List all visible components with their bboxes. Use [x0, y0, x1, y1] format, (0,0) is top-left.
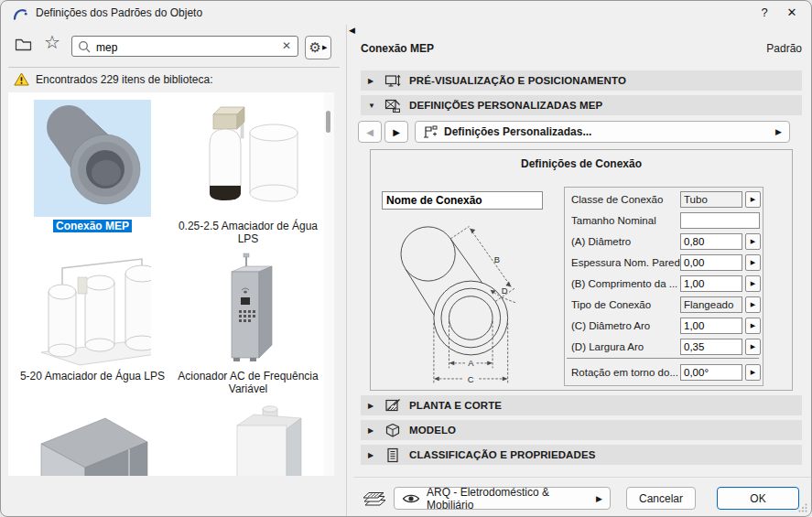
section-label: CLASSIFICAÇÃO E PROPRIEDADES [409, 449, 595, 460]
item-label: 5-20 Amaciador de Água LPS [19, 370, 166, 382]
custom-settings-dropdown[interactable]: Definições Personalizadas... ▶ [415, 121, 790, 143]
section-plan-section[interactable]: ▶ PLANTA E CORTE [361, 395, 802, 415]
spin-button[interactable]: ▶ [745, 233, 761, 250]
field-label: Espessura Nom. Parede [571, 257, 680, 268]
library-item-partial-2[interactable] [175, 402, 321, 476]
search-input[interactable] [94, 38, 272, 57]
spin-arrow-icon: ▶ [751, 196, 755, 203]
warning-icon [14, 72, 29, 86]
field-row-diametro-aro: (C) Diâmetro Aro ▶ [571, 318, 761, 334]
spin-button[interactable]: ▶ [745, 275, 761, 292]
model-icon [384, 423, 401, 438]
eye-icon [402, 493, 420, 504]
section-label: DEFINIÇÕES PERSONALIZADAS MEP [409, 100, 602, 111]
footer-divider [353, 477, 812, 478]
spin-button[interactable]: ▶ [745, 318, 761, 334]
titlebar: Definições dos Padrões do Objeto ? ✕ [1, 1, 811, 25]
dim-label-b: B [494, 254, 500, 264]
item-label: Acionador AC de Frequência Variável [175, 370, 321, 395]
connection-name-input[interactable] [382, 191, 543, 210]
help-button[interactable]: ? [752, 4, 776, 22]
section-model[interactable]: ▶ MODELO [361, 420, 802, 440]
folder-icon [15, 37, 32, 51]
object-name: Conexão MEP [361, 42, 434, 55]
clear-search-icon[interactable]: ✕ [282, 39, 291, 52]
plan-section-icon [384, 398, 401, 414]
collapse-panel-icon[interactable]: ◀ [349, 26, 355, 35]
field-label: Rotação em torno do... [571, 367, 680, 378]
panel-splitter[interactable] [346, 25, 347, 517]
diametro-aro-input[interactable] [680, 318, 742, 334]
dim-label-d: D [502, 285, 508, 296]
scrollbar-thumb[interactable] [326, 111, 330, 133]
connection-fields-group: Classe de Conexão Tubo ▶ Tamanho Nominal… [564, 187, 763, 386]
rotacao-input[interactable] [680, 364, 742, 381]
item-thumbnail [189, 250, 307, 367]
largura-aro-input[interactable] [680, 339, 742, 355]
forward-icon: ▶ [393, 127, 400, 137]
spin-button[interactable]: ▶ [745, 364, 761, 381]
espessura-input[interactable] [680, 254, 742, 271]
forward-button[interactable]: ▶ [384, 121, 408, 143]
classe-select[interactable]: Tubo [680, 191, 742, 208]
field-row-tamanho: Tamanho Nominal [571, 212, 760, 229]
mep-settings-icon [384, 98, 401, 113]
item-thumbnail [34, 250, 151, 367]
library-item-amaciador-025[interactable]: 0.25-2.5 Amaciador de Água LPS [175, 100, 321, 245]
field-label: (B) Comprimento da ... [571, 278, 680, 289]
back-button[interactable]: ◀ [358, 121, 382, 143]
spin-arrow-icon: ▶ [751, 238, 755, 245]
list-scrollbar[interactable] [324, 92, 334, 476]
close-button[interactable]: ✕ [780, 4, 804, 22]
favorites-button[interactable]: ☆ [41, 31, 63, 55]
section-mep-custom-settings[interactable]: ▼ DEFINIÇÕES PERSONALIZADAS MEP [361, 95, 802, 115]
layer-label: ARQ - Eletrodoméstico & Mobiliário [427, 486, 590, 512]
layer-selector[interactable]: ARQ - Eletrodoméstico & Mobiliário ▶ [394, 487, 611, 510]
tamanho-input[interactable] [680, 212, 760, 229]
spin-button[interactable]: ▶ [745, 254, 761, 271]
library-item-conexao-mep[interactable]: Conexão MEP [19, 100, 166, 232]
search-box: ✕ [71, 36, 298, 57]
ok-button[interactable]: OK [717, 487, 799, 510]
dropdown-arrow-icon: ▶ [775, 127, 782, 136]
pipe-diagram: B D A C [378, 218, 552, 386]
section-preview-positioning[interactable]: ▶ PRÉ-VISUALIZAÇÃO E POSICIONAMENTO [361, 70, 802, 91]
comprimento-input[interactable] [680, 275, 742, 292]
chevron-right-icon: ▶ [368, 451, 376, 459]
connection-settings-panel: Definições de Conexão [370, 149, 793, 391]
tipo-select[interactable]: Flangeado [680, 296, 742, 313]
spin-arrow-icon: ▶ [751, 280, 755, 287]
item-thumbnail [189, 402, 307, 476]
search-options-button[interactable]: ⚙ ▶ [305, 36, 331, 59]
spin-button[interactable]: ▶ [745, 191, 761, 208]
folder-view-button[interactable] [12, 34, 34, 54]
section-classification-properties[interactable]: ▶ CLASSIFICAÇÃO E PROPRIEDADES [361, 445, 802, 465]
item-thumbnail [34, 100, 151, 217]
field-row-rotacao: Rotação em torno do... ▶ [571, 364, 761, 381]
chevron-down-icon: ▼ [368, 102, 376, 110]
search-icon [78, 40, 92, 54]
gray-box-render [34, 402, 151, 476]
diametro-input[interactable] [680, 233, 742, 250]
field-label: Tamanho Nominal [571, 215, 680, 226]
archicad-logo-icon [13, 6, 28, 20]
library-item-amaciador-520[interactable]: 5-20 Amaciador de Água LPS [19, 250, 166, 382]
library-item-acionador-ac[interactable]: Acionador AC de Frequência Variável [175, 250, 321, 395]
resize-grip[interactable] [798, 503, 807, 512]
water-softener-render [189, 100, 307, 217]
cancel-button[interactable]: Cancelar [626, 487, 696, 510]
back-icon: ◀ [366, 127, 374, 137]
object-header: Conexão MEP Padrão [361, 42, 802, 55]
field-label: Classe de Conexão [571, 194, 680, 205]
chevron-right-icon: ▶ [368, 426, 376, 435]
library-item-partial-1[interactable] [19, 402, 166, 476]
layer-arrow-icon: ▶ [596, 494, 602, 503]
custom-settings-icon [423, 124, 438, 139]
results-text: Encontrados 229 itens de biblioteca: [36, 73, 212, 86]
pipe-connector-render [34, 100, 151, 217]
field-row-espessura: Espessura Nom. Parede ▶ [571, 254, 761, 271]
spin-button[interactable]: ▶ [745, 296, 761, 313]
spin-button[interactable]: ▶ [745, 339, 761, 355]
section-label: PRÉ-VISUALIZAÇÃO E POSICIONAMENTO [409, 75, 626, 86]
classification-icon [384, 447, 401, 463]
